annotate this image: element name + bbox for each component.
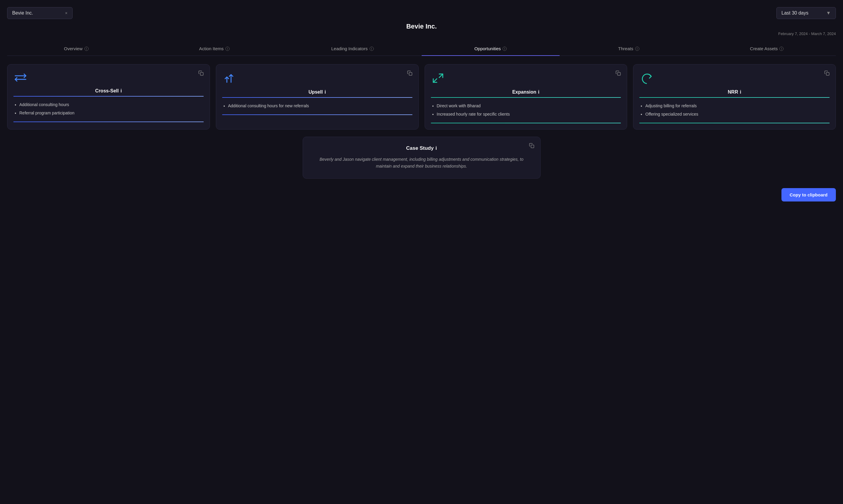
- info-icon: i: [538, 89, 539, 95]
- nrr-list: Adjusting billing for referrals Offering…: [639, 103, 830, 118]
- expansion-title: Expansion i: [431, 89, 621, 95]
- upsell-list: Additional consulting hours for new refe…: [222, 103, 412, 110]
- page-title: Bevie Inc.: [7, 22, 836, 30]
- expansion-list: Direct work with Bharad Increased hourly…: [431, 103, 621, 118]
- copy-upsell-button[interactable]: [406, 69, 414, 77]
- info-icon: i: [740, 89, 741, 95]
- list-item: Additional consulting hours for new refe…: [228, 103, 412, 110]
- date-select-label: Last 30 days: [781, 11, 808, 16]
- info-icon: i: [370, 47, 374, 51]
- card-bottom-line: [639, 123, 830, 123]
- tab-opportunities[interactable]: Opportunities i: [422, 42, 560, 56]
- svg-rect-2: [618, 73, 620, 75]
- close-icon[interactable]: ×: [65, 11, 68, 16]
- info-icon: i: [324, 89, 326, 95]
- card-bottom-line: [13, 122, 204, 122]
- tab-bar: Overview i Action Items i Leading Indica…: [7, 42, 836, 56]
- tab-create-assets[interactable]: Create Assets i: [698, 42, 836, 56]
- opportunity-cards: Cross-Sell i Additional consulting hours…: [7, 64, 836, 130]
- nrr-icon: [639, 72, 830, 85]
- list-item: Referral program participation: [19, 110, 204, 117]
- company-label: Bevie Inc.: [12, 11, 33, 16]
- cross-sell-icon: [13, 72, 204, 84]
- card-divider: [639, 97, 830, 98]
- card-divider: [222, 97, 412, 98]
- list-item: Offering specialized services: [645, 111, 830, 118]
- info-icon: i: [779, 47, 784, 51]
- tab-overview[interactable]: Overview i: [7, 42, 145, 56]
- card-nrr: NRR i Adjusting billing for referrals Of…: [633, 64, 836, 130]
- card-divider: [431, 97, 621, 98]
- tab-action-items[interactable]: Action Items i: [145, 42, 284, 56]
- card-cross-sell: Cross-Sell i Additional consulting hours…: [7, 64, 210, 130]
- card-expansion: Expansion i Direct work with Bharad Incr…: [425, 64, 628, 130]
- upsell-title: Upsell i: [222, 89, 412, 95]
- upsell-icon: [222, 72, 412, 85]
- list-item: Adjusting billing for referrals: [645, 103, 830, 110]
- list-item: Increased hourly rate for specific clien…: [437, 111, 621, 118]
- card-upsell: Upsell i Additional consulting hours for…: [216, 64, 419, 130]
- info-icon: i: [120, 88, 122, 94]
- bottom-bar: Copy to clipboard: [7, 188, 836, 201]
- cross-sell-title: Cross-Sell i: [13, 88, 204, 94]
- card-divider: [13, 96, 204, 96]
- case-study-text: Beverly and Jason navigate client manage…: [315, 156, 528, 170]
- copy-cross-sell-button[interactable]: [197, 69, 205, 77]
- copy-expansion-button[interactable]: [614, 69, 622, 77]
- date-range-selector[interactable]: Last 30 days ▼: [776, 7, 836, 19]
- cross-sell-list: Additional consulting hours Referral pro…: [13, 101, 204, 117]
- chevron-down-icon: ▼: [826, 11, 831, 16]
- company-selector[interactable]: Bevie Inc. ×: [7, 7, 73, 19]
- tab-leading-indicators[interactable]: Leading Indicators i: [283, 42, 422, 56]
- info-icon: i: [225, 47, 230, 51]
- case-study-card: Case Study i Beverly and Jason navigate …: [303, 137, 541, 179]
- list-item: Additional consulting hours: [19, 101, 204, 108]
- expansion-icon: [431, 72, 621, 85]
- info-icon: i: [85, 47, 89, 51]
- info-icon: i: [503, 47, 507, 51]
- top-bar: Bevie Inc. × Last 30 days ▼: [7, 7, 836, 19]
- date-range-display: February 7, 2024 - March 7, 2024: [7, 32, 836, 36]
- case-study-title: Case Study i: [315, 145, 528, 151]
- card-bottom-line: [222, 114, 412, 115]
- svg-rect-1: [409, 73, 412, 75]
- svg-rect-3: [826, 73, 829, 75]
- svg-rect-0: [200, 73, 204, 75]
- copy-to-clipboard-button[interactable]: Copy to clipboard: [781, 188, 836, 201]
- card-bottom-line: [431, 123, 621, 123]
- copy-case-study-button[interactable]: [528, 142, 535, 149]
- svg-rect-4: [531, 145, 534, 148]
- info-icon: i: [435, 145, 437, 151]
- nrr-title: NRR i: [639, 89, 830, 95]
- info-icon: i: [635, 47, 639, 51]
- list-item: Direct work with Bharad: [437, 103, 621, 110]
- tab-threats[interactable]: Threats i: [560, 42, 698, 56]
- copy-nrr-button[interactable]: [823, 69, 831, 77]
